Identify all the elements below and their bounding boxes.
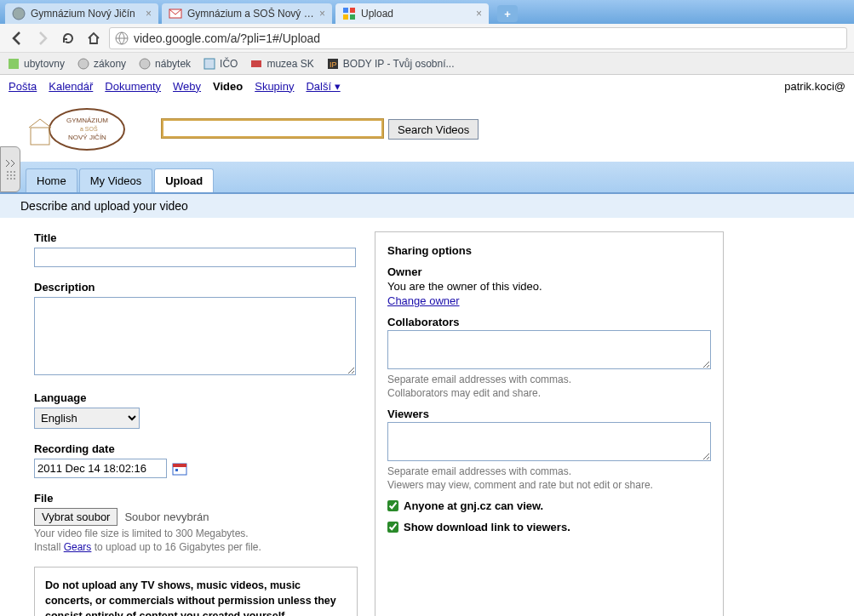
description-textarea[interactable] xyxy=(34,297,356,375)
svg-rect-3 xyxy=(350,8,355,13)
svg-rect-4 xyxy=(343,14,348,20)
svg-point-25 xyxy=(7,178,9,180)
calendar-icon[interactable] xyxy=(172,461,187,476)
viewers-textarea[interactable] xyxy=(387,422,711,461)
bookmark-item[interactable]: IPBODY IP - Tvůj osobní... xyxy=(326,57,455,71)
file-label: File xyxy=(34,492,358,505)
owner-text: You are the owner of this video. xyxy=(387,280,711,293)
file-size-hint: Your video file size is limited to 300 M… xyxy=(34,528,358,539)
sharing-header: Sharing options xyxy=(387,244,711,257)
browser-toolbar: video.google.com/a/?pli=1#/Upload xyxy=(0,24,854,53)
anyone-view-label: Anyone at gnj.cz can view. xyxy=(404,499,543,512)
svg-text:IP: IP xyxy=(330,60,337,69)
tab-my-videos[interactable]: My Videos xyxy=(79,168,152,192)
bookmark-item[interactable]: muzea SK xyxy=(249,57,313,71)
search-input[interactable] xyxy=(162,119,383,138)
svg-rect-29 xyxy=(173,464,186,467)
choose-file-button[interactable]: Vybrat soubor xyxy=(34,508,117,526)
address-bar[interactable]: video.google.com/a/?pli=1#/Upload xyxy=(109,27,847,49)
close-icon[interactable]: × xyxy=(476,8,482,20)
reload-button[interactable] xyxy=(58,28,78,48)
viewers-label: Viewers xyxy=(387,408,711,420)
browser-tab[interactable]: Gymnázium a SOŠ Nový Jičín M × xyxy=(162,3,332,24)
new-tab-button[interactable]: + xyxy=(497,5,518,22)
svg-rect-7 xyxy=(9,59,19,69)
bookmark-icon xyxy=(138,57,152,71)
svg-point-19 xyxy=(7,171,9,173)
nav-link-kalendar[interactable]: Kalendář xyxy=(49,80,93,93)
svg-rect-10 xyxy=(204,59,215,69)
gears-link[interactable]: Gears xyxy=(64,541,92,553)
page-subtitle: Describe and upload your video xyxy=(0,194,854,218)
svg-point-22 xyxy=(7,174,9,176)
home-button[interactable] xyxy=(83,28,104,48)
svg-rect-30 xyxy=(175,469,178,471)
close-icon[interactable]: × xyxy=(146,8,152,20)
bookmarks-bar: ubytovny zákony nábytek IČO muzea SK IPB… xyxy=(0,53,854,75)
collaborators-textarea[interactable] xyxy=(387,330,711,369)
gmail-icon xyxy=(169,7,182,20)
site-globe-icon xyxy=(115,31,129,45)
search-button[interactable]: Search Videos xyxy=(388,119,479,140)
back-button[interactable] xyxy=(7,28,27,48)
anyone-view-checkbox[interactable] xyxy=(387,500,398,511)
bookmark-item[interactable]: IČO xyxy=(203,57,238,71)
bookmark-icon xyxy=(249,57,263,71)
bookmark-item[interactable]: nábytek xyxy=(138,57,191,71)
sharing-options-panel: Sharing options Owner You are the owner … xyxy=(375,231,724,616)
main-content: Title Description Language English Recor… xyxy=(0,218,854,616)
owner-label: Owner xyxy=(387,265,711,278)
tab-title: Gymnázium Nový Jičín xyxy=(31,8,140,20)
browser-tab-active[interactable]: Upload × xyxy=(335,3,489,24)
gears-hint: Install Gears to upload up to 16 Gigabyt… xyxy=(34,541,358,553)
browser-tab-strip: Gymnázium Nový Jičín × Gymnázium a SOŠ N… xyxy=(0,0,854,24)
user-email: patrik.koci@ xyxy=(784,80,845,93)
url-text: video.google.com/a/?pli=1#/Upload xyxy=(134,31,320,45)
nav-link-skupiny[interactable]: Skupiny xyxy=(255,80,294,93)
description-label: Description xyxy=(34,281,358,294)
collaborators-label: Collaborators xyxy=(387,316,711,328)
show-download-checkbox[interactable] xyxy=(387,522,398,533)
tab-title: Gymnázium a SOŠ Nový Jičín M xyxy=(187,8,314,20)
title-input[interactable] xyxy=(34,248,356,267)
show-download-label: Show download link to viewers. xyxy=(404,521,570,533)
nav-link-more[interactable]: Další ▾ xyxy=(306,80,340,93)
svg-text:a SOŠ: a SOŠ xyxy=(80,125,98,132)
viewers-hint2: Viewers may view, comment and rate but n… xyxy=(387,479,711,491)
bookmark-item[interactable]: ubytovny xyxy=(7,57,65,71)
nav-link-weby[interactable]: Weby xyxy=(173,80,201,93)
browser-tab[interactable]: Gymnázium Nový Jičín × xyxy=(5,3,158,24)
tab-title: Upload xyxy=(361,8,471,20)
svg-rect-11 xyxy=(251,60,261,67)
svg-point-26 xyxy=(10,178,12,180)
file-status: Soubor nevybrán xyxy=(124,510,209,523)
language-label: Language xyxy=(34,391,358,404)
bookmark-icon xyxy=(7,57,20,71)
collab-hint1: Separate email addresses with commas. xyxy=(387,374,711,385)
change-owner-link[interactable]: Change owner xyxy=(387,294,460,307)
svg-point-8 xyxy=(78,59,89,69)
google-nav: Pošta Kalendář Dokumenty Weby Video Skup… xyxy=(0,75,854,97)
language-select[interactable]: English xyxy=(34,408,140,429)
bookmark-icon xyxy=(77,57,90,71)
tab-upload[interactable]: Upload xyxy=(154,168,214,192)
nav-link-posta[interactable]: Pošta xyxy=(9,80,37,93)
forward-button xyxy=(32,28,53,48)
svg-text:GYMNÁZIUM: GYMNÁZIUM xyxy=(66,117,108,124)
bookmark-item[interactable]: zákony xyxy=(77,57,126,71)
svg-point-23 xyxy=(10,174,12,176)
svg-point-20 xyxy=(10,171,12,173)
recording-date-input[interactable] xyxy=(34,459,167,478)
page-header: GYMNÁZIUM a SOŠ NOVÝ JIČÍN Search Videos xyxy=(0,97,854,162)
svg-point-21 xyxy=(14,171,15,173)
search-form: Search Videos xyxy=(162,119,479,140)
nav-link-dokumenty[interactable]: Dokumenty xyxy=(105,80,161,93)
svg-text:NOVÝ JIČÍN: NOVÝ JIČÍN xyxy=(68,134,106,141)
nav-link-video-active: Video xyxy=(213,80,243,93)
sidebar-expand-handle[interactable] xyxy=(0,146,20,192)
notice-bold: Do not upload any TV shows, music videos… xyxy=(45,579,336,616)
svg-rect-2 xyxy=(343,8,348,13)
tab-home[interactable]: Home xyxy=(26,168,77,192)
bookmark-icon: IP xyxy=(326,57,340,71)
close-icon[interactable]: × xyxy=(319,8,325,20)
